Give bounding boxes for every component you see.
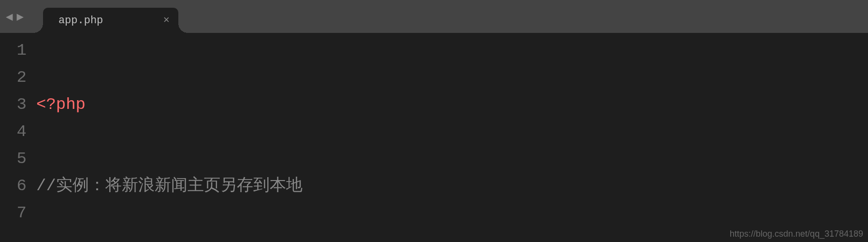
tab-title: app.php	[58, 15, 103, 27]
code-line: //实例：将新浪新闻主页另存到本地	[36, 172, 868, 199]
nav-forward-icon[interactable]: ▶	[16, 10, 23, 24]
line-number: 2	[0, 64, 27, 91]
line-number: 6	[0, 172, 27, 199]
file-tab[interactable]: app.php ×	[43, 8, 178, 33]
editor-top-bar: ◀ ▶ app.php ×	[0, 0, 868, 33]
comment: //实例：将新浪新闻主页另存到本地	[36, 172, 303, 199]
line-number: 4	[0, 118, 27, 145]
line-number: 1	[0, 37, 27, 64]
line-number: 5	[0, 145, 27, 172]
code-area[interactable]: <?php //实例：将新浪新闻主页另存到本地 $filename = "htt…	[36, 37, 868, 242]
close-icon[interactable]: ×	[163, 15, 170, 27]
watermark: https://blog.csdn.net/qq_31784189	[730, 229, 863, 239]
php-keyword: php	[56, 91, 86, 118]
line-number: 7	[0, 199, 27, 227]
line-number: 3	[0, 91, 27, 118]
code-line: <?php	[36, 91, 868, 118]
line-gutter: 1 2 3 4 5 6 7	[0, 37, 36, 242]
php-open-tag: <?	[36, 91, 56, 118]
nav-back-icon[interactable]: ◀	[6, 10, 13, 24]
code-editor[interactable]: 1 2 3 4 5 6 7 <?php //实例：将新浪新闻主页另存到本地 $f…	[0, 33, 868, 242]
nav-arrows: ◀ ▶	[6, 10, 24, 24]
